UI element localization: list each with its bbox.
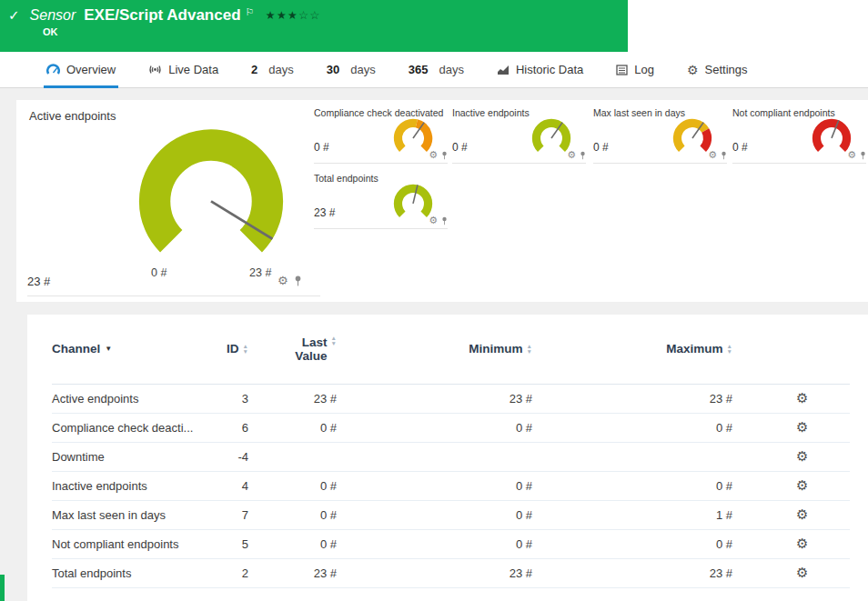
pin-icon[interactable] (860, 151, 866, 160)
channel-name: Inactive endpoints (52, 471, 225, 500)
table-row[interactable]: Inactive endpoints 4 0 # 0 # 0 # ⚙ (52, 471, 850, 500)
inactive-endpoints-gauge (530, 116, 572, 158)
sensor-status-banner: ✓ Sensor EXE/Script Advanced ⚐ ★★★☆☆ OK (0, 0, 628, 52)
table-row[interactable]: Not compliant endpoints 5 0 # 0 # 0 # ⚙ (52, 529, 850, 558)
gauge-value: 0 # (732, 141, 748, 154)
gauge-tile: Inactive endpoints 0 # ⚙ (452, 107, 586, 164)
channel-table-panel: Channel▼ ID▲▼ Last Value▲▼ Minimum▲▼ Max… (27, 315, 868, 601)
col-header-channel[interactable]: Channel▼ (52, 315, 225, 384)
big-gauge-label: Active endpoints (29, 109, 116, 123)
channel-minimum: 0 # (361, 413, 561, 442)
table-row[interactable]: Downtime -4 ⚙ (52, 442, 850, 471)
channel-name: Active endpoints (52, 384, 225, 413)
channel-id: 5 (225, 529, 275, 558)
channel-settings-icon[interactable]: ⚙ (796, 390, 808, 406)
channel-id: 4 (225, 471, 275, 500)
channel-name: Total endpoints (52, 558, 225, 587)
gauge-settings-icon[interactable]: ⚙ (847, 150, 856, 160)
pin-icon[interactable] (441, 151, 448, 160)
table-row[interactable]: Compliance check deacti... 6 0 # 0 # 0 #… (52, 413, 850, 442)
priority-stars[interactable]: ★★★☆☆ (265, 8, 320, 22)
channel-name: Max last seen in days (52, 500, 225, 529)
channel-id: 2 (225, 558, 275, 587)
gauge-tile: Not compliant endpoints 0 # ⚙ (732, 107, 866, 164)
status-text: OK (43, 26, 619, 37)
table-row[interactable]: Max last seen in days 7 0 # 0 # 1 # ⚙ (52, 500, 850, 529)
channel-name: Not compliant endpoints (52, 529, 225, 558)
gear-icon: ⚙ (687, 64, 699, 76)
channel-last-value: 0 # (275, 529, 361, 558)
tab-bar: Overview Live Data 2days 30days 365days … (0, 52, 868, 88)
channel-settings-icon[interactable]: ⚙ (796, 565, 808, 580)
gauge-settings-icon[interactable]: ⚙ (278, 275, 288, 286)
tab-overview[interactable]: Overview (44, 52, 118, 87)
sort-icon: ▲▼ (331, 336, 337, 346)
gauge-settings-icon[interactable]: ⚙ (429, 215, 438, 225)
gauge-value: 0 # (593, 141, 609, 154)
gauge-scale-max: 23 # (249, 266, 271, 279)
tab-log[interactable]: Log (613, 52, 657, 87)
total-endpoints-gauge (392, 182, 434, 224)
channel-settings-icon[interactable]: ⚙ (796, 477, 808, 493)
col-header-last-value[interactable]: Last Value▲▼ (275, 315, 361, 384)
channel-name: Downtime (52, 442, 225, 471)
gauge-settings-icon[interactable]: ⚙ (567, 150, 576, 160)
max-last-seen-gauge (671, 116, 713, 158)
status-check-icon: ✓ (8, 7, 20, 24)
channel-id: -4 (225, 442, 275, 471)
tab-live-data[interactable]: Live Data (146, 52, 221, 87)
divider (27, 295, 320, 296)
active-endpoints-gauge (133, 120, 289, 276)
tab-365-days[interactable]: 365days (406, 52, 467, 87)
col-header-id[interactable]: ID▲▼ (225, 315, 275, 384)
table-row[interactable]: Total endpoints 2 23 # 23 # 23 # ⚙ (52, 558, 850, 587)
sort-icon: ▲▼ (727, 344, 732, 355)
channel-settings-icon[interactable]: ⚙ (796, 448, 808, 464)
channel-maximum: 0 # (561, 471, 762, 500)
sort-icon: ▲▼ (527, 344, 532, 355)
channel-minimum: 0 # (361, 529, 561, 558)
channel-last-value: 23 # (275, 558, 361, 587)
gauges-panel: Active endpoints 0 # 23 # 23 # ⚙ Complia… (16, 100, 868, 302)
tab-2-days[interactable]: 2days (248, 52, 297, 87)
channel-maximum: 23 # (561, 384, 762, 413)
table-row[interactable]: Active endpoints 3 23 # 23 # 23 # ⚙ (52, 384, 850, 413)
channel-last-value: 0 # (275, 471, 361, 500)
gauge-tile: Compliance check deactivated 0 # ⚙ (314, 107, 448, 164)
channel-settings-icon[interactable]: ⚙ (796, 419, 808, 435)
sensor-header: ✓ Sensor EXE/Script Advanced ⚐ ★★★☆☆ OK (0, 0, 868, 52)
pin-icon[interactable] (721, 151, 727, 160)
gauge-settings-icon[interactable]: ⚙ (429, 150, 438, 160)
pin-icon[interactable] (580, 151, 586, 160)
big-gauge-value: 23 # (27, 275, 50, 288)
tab-historic-data[interactable]: Historic Data (494, 52, 586, 87)
channel-maximum (561, 442, 762, 471)
gauge-icon (46, 64, 60, 75)
channel-id: 6 (225, 413, 275, 442)
col-header-minimum[interactable]: Minimum▲▼ (361, 315, 561, 384)
sorted-desc-icon: ▼ (105, 345, 112, 353)
gauge-tile: Total endpoints 23 # ⚙ (314, 173, 448, 229)
log-icon (616, 65, 628, 75)
gauge-value: 0 # (314, 141, 329, 154)
channel-settings-icon[interactable]: ⚙ (796, 536, 808, 551)
object-kind-label: Sensor (30, 7, 76, 24)
flag-icon[interactable]: ⚐ (246, 6, 255, 18)
channel-minimum: 23 # (361, 558, 561, 587)
channel-minimum: 23 # (361, 384, 561, 413)
channel-name: Compliance check deacti... (52, 413, 225, 442)
sensor-title: EXE/Script Advanced (84, 6, 240, 25)
channel-maximum: 0 # (561, 413, 762, 442)
tab-settings[interactable]: ⚙ Settings (684, 52, 751, 87)
col-header-actions (762, 315, 850, 384)
tab-30-days[interactable]: 30days (324, 52, 378, 87)
channel-last-value: 0 # (275, 413, 361, 442)
pin-icon[interactable] (441, 216, 448, 225)
col-header-maximum[interactable]: Maximum▲▼ (561, 315, 762, 384)
gauge-settings-icon[interactable]: ⚙ (708, 150, 717, 160)
channel-last-value: 23 # (275, 384, 361, 413)
pin-icon[interactable] (294, 275, 302, 286)
channel-minimum: 0 # (361, 500, 561, 529)
channel-settings-icon[interactable]: ⚙ (796, 506, 808, 522)
status-edge-accent (0, 575, 5, 601)
